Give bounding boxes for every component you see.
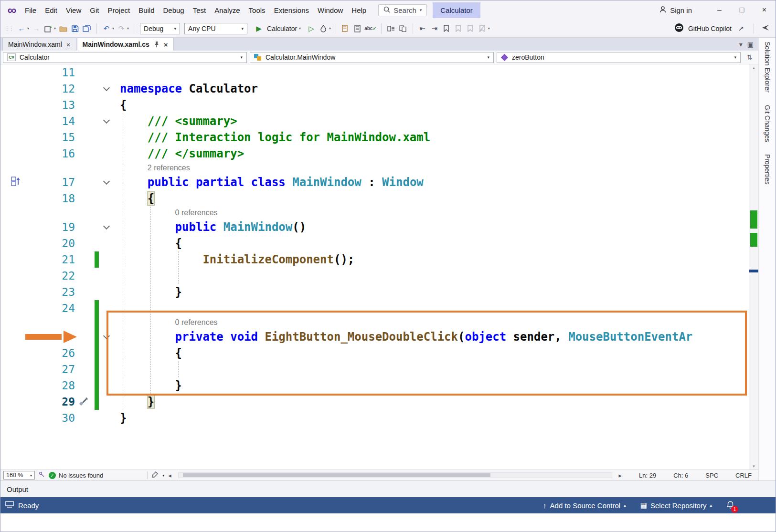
selection-margin[interactable] (78, 377, 99, 394)
fold-chevron-icon[interactable] (103, 84, 110, 91)
active-files-dropdown-icon[interactable]: ▾ (739, 41, 743, 48)
navigate-back-button[interactable]: ← (16, 22, 27, 35)
line-number[interactable]: 29 (30, 394, 78, 410)
doc-tab-mainwindow.xaml.cs[interactable]: MainWindow.xaml.cs× (77, 38, 174, 51)
glyph-margin[interactable] (0, 207, 30, 219)
save-all-button[interactable] (82, 22, 92, 35)
indent-decrease-icon[interactable]: ⇤ (417, 22, 428, 35)
selection-margin[interactable] (78, 81, 99, 97)
document-health-indicator[interactable]: ✓ No issues found (49, 472, 103, 479)
line-number[interactable]: 21 (30, 251, 78, 268)
side-tab-git-changes[interactable]: Git Changes (764, 105, 771, 142)
share-icon[interactable]: ↗ (736, 22, 746, 35)
selection-margin[interactable] (78, 162, 99, 174)
line-number[interactable]: 19 (30, 219, 78, 235)
glyph-margin[interactable] (0, 410, 30, 426)
code-cleanup-icon[interactable] (151, 471, 159, 480)
line-number[interactable]: 20 (30, 235, 78, 251)
selection-margin[interactable] (78, 345, 99, 361)
line-number[interactable]: 26 (30, 345, 78, 361)
menu-item-analyze[interactable]: Analyze (210, 2, 244, 19)
caret-down-icon[interactable]: ▾ (54, 26, 56, 31)
line-number[interactable]: 30 (30, 410, 78, 426)
selection-margin[interactable] (78, 410, 99, 426)
fold-margin[interactable] (99, 113, 114, 129)
selection-margin[interactable] (78, 113, 99, 129)
glyph-margin[interactable] (0, 113, 30, 129)
glyph-margin[interactable] (0, 81, 30, 97)
new-project-button[interactable] (43, 22, 53, 35)
line-number[interactable]: 24 (30, 300, 78, 316)
selection-margin[interactable] (78, 129, 99, 146)
menu-item-git[interactable]: Git (85, 2, 103, 19)
fold-margin[interactable] (99, 190, 114, 207)
selection-margin[interactable] (78, 316, 99, 329)
send-feedback-icon[interactable] (761, 23, 770, 33)
pin-icon[interactable] (154, 41, 159, 48)
scroll-left-icon[interactable]: ◂ (168, 472, 171, 479)
fold-margin[interactable] (99, 410, 114, 426)
minimize-button[interactable]: – (708, 0, 731, 20)
menu-item-edit[interactable]: Edit (41, 2, 62, 19)
line-number[interactable]: 16 (30, 146, 78, 162)
project-dropdown[interactable]: C# Calculator ▾ (3, 52, 247, 63)
glyph-margin[interactable] (0, 251, 30, 268)
glyph-margin[interactable] (0, 300, 30, 316)
select-repository-button[interactable]: ▦ Select Repository ▴ (640, 501, 712, 510)
sign-in-button[interactable]: Sign in (659, 6, 692, 15)
fold-chevron-icon[interactable] (103, 177, 110, 184)
spell-check-icon[interactable]: abc✓ (364, 22, 377, 35)
split-editor-icon[interactable]: ⇅ (744, 53, 756, 61)
line-number[interactable] (30, 162, 78, 174)
selection-margin[interactable] (78, 64, 99, 81)
glyph-margin[interactable] (0, 268, 30, 284)
line-number[interactable]: 13 (30, 97, 78, 113)
glyph-margin[interactable] (0, 316, 30, 329)
fold-margin[interactable] (99, 97, 114, 113)
scroll-up-icon[interactable]: ▴ (749, 65, 758, 70)
window-layout-icon[interactable]: ▣ (747, 41, 754, 48)
line-number[interactable]: 23 (30, 284, 78, 300)
solution-platform-dropdown[interactable]: Any CPU ▾ (184, 23, 247, 34)
glyph-margin[interactable] (0, 394, 30, 410)
glyph-margin[interactable] (0, 174, 30, 190)
selection-margin[interactable] (78, 207, 99, 219)
caret-down-icon[interactable]: ▾ (162, 473, 164, 478)
bookmark-icon[interactable] (441, 22, 452, 35)
glyph-margin[interactable] (0, 219, 30, 235)
glyph-margin[interactable] (0, 377, 30, 394)
inheritance-margin-icon[interactable] (11, 176, 20, 188)
solution-configuration-dropdown[interactable]: Debug ▾ (140, 23, 180, 34)
side-tab-properties[interactable]: Properties (764, 154, 771, 185)
fold-margin[interactable] (99, 81, 114, 97)
save-button[interactable] (70, 22, 80, 35)
indent-increase-icon[interactable]: ⇥ (429, 22, 440, 35)
menu-item-test[interactable]: Test (189, 2, 211, 19)
line-number[interactable] (30, 207, 78, 219)
output-panel[interactable]: Output (0, 480, 776, 497)
profiler-icon[interactable] (318, 22, 329, 35)
type-dropdown[interactable]: Calculator.MainWindow ▾ (250, 52, 494, 63)
selection-margin[interactable] (78, 174, 99, 190)
search-box[interactable]: Search ▾ (378, 4, 427, 16)
glyph-margin[interactable] (0, 345, 30, 361)
line-number[interactable]: 17 (30, 174, 78, 190)
fold-margin[interactable] (99, 162, 114, 174)
side-tab-solution-explorer[interactable]: Solution Explorer (764, 42, 771, 93)
close-button[interactable]: × (753, 0, 776, 20)
menu-item-project[interactable]: Project (103, 2, 134, 19)
undo-button[interactable]: ↶ (101, 22, 112, 35)
line-number[interactable]: 12 (30, 81, 78, 97)
document-outline-icon[interactable] (352, 22, 363, 35)
menu-item-debug[interactable]: Debug (159, 2, 189, 19)
glyph-margin[interactable] (0, 190, 30, 207)
open-folder-button[interactable] (58, 22, 68, 35)
menu-item-window[interactable]: Window (313, 2, 347, 19)
fold-chevron-icon[interactable] (103, 116, 110, 123)
redo-button[interactable]: ↷ (116, 22, 127, 35)
fold-margin[interactable] (99, 207, 114, 219)
selection-margin[interactable] (78, 146, 99, 162)
fold-margin[interactable] (99, 268, 114, 284)
github-copilot-label[interactable]: GitHub Copilot (688, 25, 732, 32)
notifications-button[interactable]: 1 (726, 501, 734, 511)
